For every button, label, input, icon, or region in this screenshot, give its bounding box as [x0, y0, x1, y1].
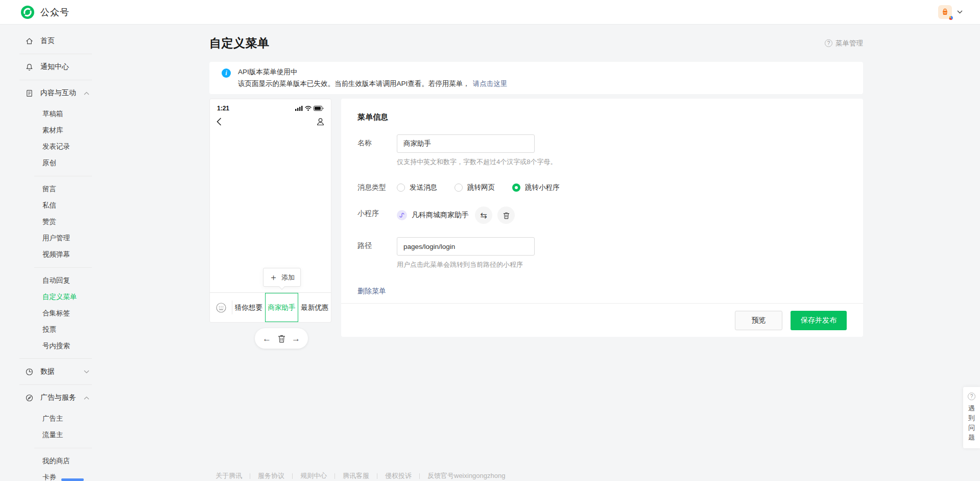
sidebar-group-label: 数据: [40, 367, 55, 376]
preview-button[interactable]: 预览: [735, 311, 782, 330]
back-icon[interactable]: [217, 118, 222, 126]
trash-icon[interactable]: [278, 334, 285, 343]
sidebar-item-label: 通知中心: [40, 62, 69, 72]
menu-info-panel: 菜单信息 名称 仅支持中英文和数字，字数不超过4个汉字或8个字母。 消息类型: [341, 99, 863, 337]
sidebar-item-collection-tags[interactable]: 合集标签: [0, 305, 111, 322]
chevron-down-icon: [84, 370, 89, 374]
name-hint: 仅支持中英文和数字，字数不超过4个汉字或8个字母。: [397, 157, 557, 167]
sidebar-item-account-search[interactable]: 号内搜索: [0, 338, 111, 354]
sidebar-group-data[interactable]: 数据: [0, 362, 111, 381]
sidebar-item-publish-records[interactable]: 发表记录: [0, 139, 111, 155]
menu-reorder-toolbar: ← →: [255, 328, 308, 349]
question-icon: ?: [825, 39, 832, 47]
banner-click-here-link[interactable]: 请点击这里: [473, 80, 508, 87]
radio-send-message[interactable]: 发送消息: [397, 183, 437, 192]
sidebar-item-media-library[interactable]: 素材库: [0, 122, 111, 139]
sidebar-item-user-management[interactable]: 用户管理: [0, 230, 111, 246]
miniprogram-label: 小程序: [357, 205, 397, 224]
phone-status-bar: 1:21: [210, 99, 331, 112]
signal-icon: [295, 106, 303, 111]
avatar[interactable]: [938, 5, 952, 19]
swap-miniprogram-button[interactable]: ⇆: [475, 207, 492, 224]
menu-manage-link[interactable]: ? 菜单管理: [825, 39, 863, 48]
phone-menu-item-1[interactable]: 猜你想要: [232, 293, 265, 322]
wechat-official-logo-icon: [20, 5, 35, 19]
sidebar-item-auto-reply[interactable]: 自动回复: [0, 272, 111, 289]
info-icon: i: [222, 68, 231, 78]
sidebar-group-ads[interactable]: 广告与服务: [0, 388, 111, 407]
name-label: 名称: [357, 134, 397, 167]
sidebar-item-private-messages[interactable]: 私信: [0, 197, 111, 214]
path-input[interactable]: [397, 237, 535, 256]
form-footer: 预览 保存并发布: [341, 303, 863, 337]
footer-link-about[interactable]: 关于腾讯: [216, 471, 242, 480]
sidebar-item-notifications[interactable]: 通知中心: [0, 57, 111, 77]
phone-preview: 1:21: [209, 99, 331, 323]
chevron-up-icon: [84, 91, 89, 95]
divider: [377, 473, 377, 479]
banner-title: API版本菜单使用中: [238, 67, 507, 77]
footer-link-rules[interactable]: 规则中心: [300, 471, 327, 480]
phone-menu-bar: 猜你想要 商家助手 最新优惠: [210, 292, 331, 322]
sidebar-item-traffic-monetization[interactable]: 流量主: [0, 427, 111, 443]
chevron-down-icon[interactable]: [957, 10, 963, 14]
sidebar-group-label: 内容与互动: [40, 88, 76, 98]
radio-icon: [455, 184, 463, 192]
phone-menu-item-3[interactable]: 最新优惠: [298, 293, 331, 322]
sidebar-item-home[interactable]: 首页: [0, 31, 111, 51]
miniprogram-name: 凡科商城商家助手: [412, 211, 469, 220]
sidebar-item-advertiser[interactable]: 广告主: [0, 410, 111, 427]
add-menu-button[interactable]: ＋ 添加: [263, 268, 301, 287]
path-hint: 用户点击此菜单会跳转到当前路径的小程序: [397, 260, 535, 269]
divider: [419, 473, 420, 479]
status-time: 1:21: [217, 105, 229, 112]
radio-checked-icon: [512, 184, 520, 192]
move-left-button[interactable]: ←: [262, 334, 271, 343]
home-icon: [25, 37, 34, 45]
brand: 公众号: [20, 5, 69, 19]
sidebar-group-content[interactable]: 内容与互动: [0, 83, 111, 103]
sidebar-item-video-danmaku[interactable]: 视频弹幕: [0, 246, 111, 263]
divider: [19, 54, 92, 54]
scrollbar-thumb[interactable]: [61, 478, 84, 481]
name-input[interactable]: [397, 134, 535, 153]
ads-sub-list: 广告主 流量主 我的商店 卡券: [0, 407, 111, 481]
sidebar-item-my-shop[interactable]: 我的商店: [0, 453, 111, 469]
swap-icon: ⇆: [480, 211, 487, 220]
delete-menu-link[interactable]: 删除菜单: [357, 287, 386, 296]
footer-link-terms[interactable]: 服务协议: [258, 471, 284, 480]
sidebar-item-vote[interactable]: 投票: [0, 322, 111, 338]
footer-link-feedback[interactable]: 反馈官号weixingongzhong: [427, 471, 505, 480]
move-right-button[interactable]: →: [292, 334, 300, 343]
help-feedback-tab[interactable]: ? 遇到问题: [963, 387, 980, 448]
sidebar-item-custom-menu[interactable]: 自定义菜单: [0, 289, 111, 305]
sidebar-item-cards-coupons[interactable]: 卡券: [0, 469, 111, 481]
footer-links: 关于腾讯 服务协议 规则中心 腾讯客服 侵权投诉 反馈官号weixingongz…: [216, 471, 863, 480]
document-icon: [25, 89, 34, 98]
radio-jump-webpage[interactable]: 跳转网页: [455, 183, 495, 192]
sidebar-item-label: 首页: [40, 36, 55, 45]
keyboard-toggle[interactable]: [210, 293, 232, 322]
sidebar-item-drafts[interactable]: 草稿箱: [0, 106, 111, 122]
phone-menu-item-2-selected[interactable]: 商家助手: [265, 293, 299, 322]
avatar-badge: [948, 15, 953, 20]
content-sub-list: 草稿箱 素材库 发表记录 原创 留言 私信 赞赏 用户管理 视频弹幕 自动回复 …: [0, 103, 111, 355]
save-publish-button[interactable]: 保存并发布: [791, 311, 847, 330]
radio-icon: [397, 184, 405, 192]
sidebar-item-original[interactable]: 原创: [0, 155, 111, 171]
path-label: 路径: [357, 237, 397, 269]
footer-link-support[interactable]: 腾讯客服: [343, 471, 369, 480]
api-version-banner: i API版本菜单使用中 该页面显示的菜单版本已失效。当前生效版本请调用API查…: [209, 62, 863, 94]
page-title: 自定义菜单: [209, 35, 270, 51]
footer-link-report[interactable]: 侵权投诉: [385, 471, 412, 480]
radio-jump-miniprogram[interactable]: 跳转小程序: [512, 183, 560, 192]
banner-body: 该页面显示的菜单版本已失效。当前生效版本请调用API查看。若停用菜单，请点击这里: [238, 79, 507, 88]
sidebar-item-appreciation[interactable]: 赞赏: [0, 214, 111, 230]
remove-miniprogram-button[interactable]: [497, 207, 515, 224]
divider: [34, 448, 92, 448]
account-menu[interactable]: [938, 5, 963, 19]
sidebar-item-comments[interactable]: 留言: [0, 181, 111, 197]
phone-nav-bar: [210, 112, 331, 126]
compass-icon: [25, 394, 34, 402]
wifi-icon: [305, 106, 312, 111]
